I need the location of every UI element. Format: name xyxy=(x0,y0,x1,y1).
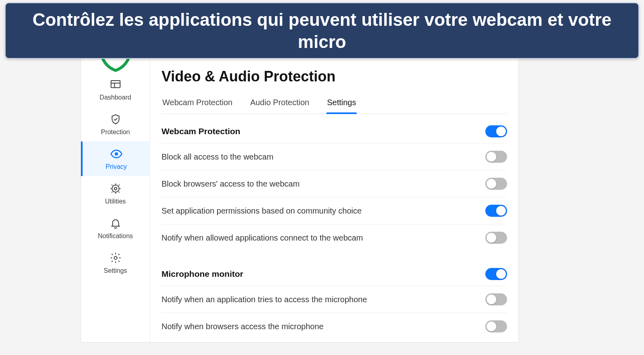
page-title: Video & Audio Protection xyxy=(162,68,507,85)
section-heading: Webcam Protection xyxy=(162,127,240,136)
dashboard-icon xyxy=(109,78,122,91)
setting-label: Set application permissions based on com… xyxy=(162,206,362,216)
setting-row: Block browsers' access to the webcam xyxy=(162,170,507,197)
tab-label: Settings xyxy=(327,98,356,107)
bell-icon xyxy=(109,216,122,230)
svg-rect-0 xyxy=(111,81,120,88)
sidebar-item-notifications[interactable]: Notifications xyxy=(81,211,150,245)
tab-settings[interactable]: Settings xyxy=(326,94,357,114)
sidebar: Dashboard Protection Privacy xyxy=(81,24,150,342)
info-banner: Contrôlez les applications qui peuvent u… xyxy=(5,2,639,59)
sidebar-item-settings[interactable]: Settings xyxy=(81,245,150,280)
protection-shield-icon xyxy=(109,112,122,126)
section-heading: Microphone monitor xyxy=(162,269,243,279)
toggle-notify-browser-mic[interactable] xyxy=(485,320,507,332)
gear-icon xyxy=(109,251,122,265)
tabs: Webcam Protection Audio Protection Setti… xyxy=(162,94,507,114)
toggle-block-browsers-webcam[interactable] xyxy=(485,178,507,190)
toggle-webcam-protection[interactable] xyxy=(485,125,507,137)
sidebar-item-privacy[interactable]: Privacy xyxy=(81,141,150,176)
utilities-icon xyxy=(109,182,122,195)
tab-label: Audio Protection xyxy=(250,98,309,107)
setting-row: Notify when browsers access the micropho… xyxy=(162,313,507,340)
toggle-microphone-monitor[interactable] xyxy=(485,268,507,280)
svg-point-4 xyxy=(112,185,119,192)
sidebar-item-utilities[interactable]: Utilities xyxy=(81,176,150,211)
setting-label: Block browsers' access to the webcam xyxy=(162,179,300,189)
setting-label: Notify when an application tries to acce… xyxy=(162,295,367,304)
sidebar-item-label: Settings xyxy=(104,267,127,274)
setting-row: Block all access to the webcam xyxy=(162,143,507,170)
setting-row: Notify when an application tries to acce… xyxy=(162,286,507,313)
toggle-block-all-webcam[interactable] xyxy=(485,151,507,163)
sidebar-item-label: Notifications xyxy=(98,233,133,240)
setting-label: Notify when browsers access the micropho… xyxy=(162,322,323,331)
toggle-community-permissions[interactable] xyxy=(485,205,507,217)
sidebar-item-dashboard[interactable]: Dashboard xyxy=(81,72,150,107)
section-webcam-protection: Webcam Protection xyxy=(162,117,507,143)
toggle-notify-webcam-connect[interactable] xyxy=(485,232,507,244)
tab-label: Webcam Protection xyxy=(162,98,232,107)
toggle-notify-app-mic[interactable] xyxy=(485,293,507,305)
tab-webcam-protection[interactable]: Webcam Protection xyxy=(162,94,233,114)
info-banner-text: Contrôlez les applications qui peuvent u… xyxy=(22,8,622,53)
setting-row: Set application permissions based on com… xyxy=(162,197,507,224)
tab-audio-protection[interactable]: Audio Protection xyxy=(249,94,310,114)
eye-icon xyxy=(110,147,123,161)
setting-label: Notify when allowed applications connect… xyxy=(162,233,363,243)
main-content: Video & Audio Protection Webcam Protecti… xyxy=(150,24,518,342)
sidebar-item-label: Privacy xyxy=(106,163,126,170)
app-window: Dashboard Protection Privacy xyxy=(81,23,519,343)
setting-row: Notify when allowed applications connect… xyxy=(162,224,507,251)
svg-point-5 xyxy=(114,187,116,190)
sidebar-item-label: Utilities xyxy=(105,198,126,205)
sidebar-item-protection[interactable]: Protection xyxy=(81,107,150,141)
setting-label: Block all access to the webcam xyxy=(162,152,273,162)
section-microphone-monitor: Microphone monitor xyxy=(162,260,507,286)
sidebar-item-label: Protection xyxy=(101,129,130,136)
svg-point-6 xyxy=(114,256,117,260)
svg-point-3 xyxy=(115,152,118,156)
sidebar-item-label: Dashboard xyxy=(99,94,131,101)
